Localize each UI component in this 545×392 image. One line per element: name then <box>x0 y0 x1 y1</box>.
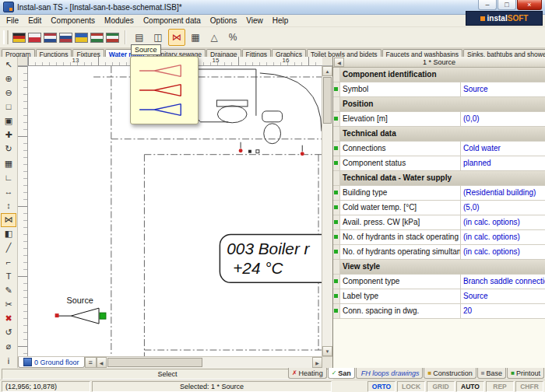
menu-view[interactable]: View <box>241 16 268 26</box>
mirror-icon[interactable]: ◧ <box>1 227 16 241</box>
property-value[interactable]: (in calc. options) <box>461 215 545 229</box>
minimize-button[interactable]: – <box>478 0 497 10</box>
flag-dutch-icon[interactable] <box>44 33 57 43</box>
menu-components[interactable]: Components <box>46 16 100 26</box>
menu-edit[interactable]: Edit <box>23 16 46 26</box>
row-component-status[interactable]: Component status planned <box>333 156 545 171</box>
row-avail-press-cw[interactable]: Avail. press. CW [kPa] (in calc. options… <box>333 215 545 230</box>
sheet-tab-fh-loops-drawings[interactable]: FH loops drawings <box>356 368 424 379</box>
sheet-tab-base[interactable]: ■ Base <box>477 368 506 379</box>
scroll-track[interactable] <box>203 357 312 368</box>
property-value[interactable]: Source <box>461 82 545 96</box>
row-building-type[interactable]: Building type (Residential building) <box>333 186 545 201</box>
scrollbar-thumb[interactable] <box>323 77 332 124</box>
sheet-tab-san[interactable]: ✓ San <box>328 368 355 379</box>
property-value[interactable]: (in calc. options) <box>461 230 545 244</box>
component-table-icon[interactable]: ▤ <box>131 29 148 46</box>
row-hydrants-in-stack[interactable]: No. of hydrants in stack operating simul… <box>333 230 545 245</box>
zoom-window-icon[interactable]: □ <box>1 100 16 114</box>
property-value[interactable]: (0,0) <box>461 112 545 126</box>
scroll-up-icon[interactable]: ▲ <box>322 66 332 76</box>
row-label-type[interactable]: Label type Source <box>333 289 545 304</box>
receivers-icon[interactable]: ▦ <box>187 29 204 46</box>
zoom-in-icon[interactable]: ⊕ <box>1 72 16 86</box>
section-component-identification[interactable]: Component identification <box>333 68 545 82</box>
property-value[interactable]: 20 <box>461 304 545 318</box>
pan-icon[interactable]: ✚ <box>1 128 16 142</box>
section-position[interactable]: Position <box>333 97 545 112</box>
property-value[interactable]: (Residential building) <box>461 186 545 200</box>
panel-collapse-icon[interactable]: ◀ <box>334 58 344 67</box>
text-tool-icon[interactable]: T <box>1 269 16 283</box>
flag-hungarian-icon[interactable] <box>90 33 104 43</box>
row-component-type[interactable]: Component type Branch saddle connection <box>333 275 545 289</box>
indicator-rep[interactable]: REP <box>486 381 514 392</box>
undo-icon[interactable]: ↺ <box>1 326 16 340</box>
row-elevation[interactable]: Elevation [m] (0,0) <box>333 112 545 127</box>
property-value[interactable]: planned <box>461 156 545 170</box>
menu-component-data[interactable]: Component data <box>139 16 206 26</box>
indicator-lock[interactable]: LOCK <box>397 381 425 392</box>
vertical-scrollbar[interactable]: ▲ ▼ <box>322 66 332 356</box>
row-connections[interactable]: Connections Cold water <box>333 142 545 156</box>
property-value[interactable]: (5,0) <box>461 201 545 215</box>
scroll-right-icon[interactable]: ▶ <box>312 357 322 368</box>
zoom-all-icon[interactable]: ▣ <box>1 114 16 128</box>
section-technical-data[interactable]: Technical data <box>333 127 545 142</box>
flag-ukrainian-icon[interactable] <box>75 33 88 43</box>
room-description-label[interactable]: 003 Boiler r +24 °C <box>220 234 322 282</box>
menu-modules[interactable]: Modules <box>100 16 139 26</box>
edit-tool-icon[interactable]: ✎ <box>1 283 16 297</box>
property-value[interactable]: Source <box>461 289 545 303</box>
flag-polish-icon[interactable] <box>28 33 41 43</box>
percent-icon[interactable]: % <box>224 29 241 46</box>
stretch-icon[interactable]: ↕ <box>1 198 16 212</box>
menu-file[interactable]: File <box>2 16 23 26</box>
close-button[interactable]: × <box>517 0 542 10</box>
row-conn-spacing[interactable]: Conn. spacing in dwg. 20 <box>333 304 545 319</box>
scroll-left-icon[interactable]: ◀ <box>97 357 107 368</box>
floor-tab-ground[interactable]: 0 Ground floor <box>18 357 85 368</box>
schematic-view-icon[interactable]: ◫ <box>149 29 167 46</box>
flag-bulgarian-icon[interactable] <box>106 33 119 43</box>
sheet-tab-construction[interactable]: ■ Construction <box>424 368 476 379</box>
row-symbol[interactable]: Symbol Source <box>333 82 545 97</box>
insert-source-icon[interactable]: ⋈ <box>1 213 16 227</box>
delete-icon[interactable]: ✖ <box>1 312 16 326</box>
row-hydrants-for-source[interactable]: No. of hydrants operating simultaneously… <box>333 245 545 260</box>
sheet-tab-heating[interactable]: ✗ Heating <box>288 368 327 379</box>
move-icon[interactable]: ↔ <box>1 184 16 198</box>
scroll-down-icon[interactable]: ▼ <box>322 346 332 356</box>
source-symbol-variant-2[interactable] <box>138 82 191 98</box>
property-value[interactable]: (in calc. options) <box>461 245 545 259</box>
info-icon[interactable]: i <box>1 354 16 368</box>
source-palette-icon[interactable]: ⋈ <box>168 29 185 46</box>
redraw-icon[interactable]: ↻ <box>1 142 16 156</box>
maximize-button[interactable]: □ <box>498 0 516 10</box>
menu-help[interactable]: Help <box>268 16 294 26</box>
grid-icon[interactable]: ▦ <box>1 156 16 170</box>
valves-icon[interactable]: △ <box>206 29 223 46</box>
zoom-out-icon[interactable]: ⊖ <box>1 86 16 100</box>
source-symbol-variant-3[interactable] <box>138 102 191 117</box>
property-value[interactable]: Branch saddle connection <box>461 275 545 289</box>
select-tool-icon[interactable]: ↖ <box>1 58 16 72</box>
property-value[interactable]: Cold water <box>461 142 545 156</box>
floor-list-button[interactable]: ≡ <box>85 357 97 368</box>
selection-handle[interactable] <box>100 313 106 319</box>
menu-options[interactable]: Options <box>206 16 241 26</box>
row-cold-water-temp[interactable]: Cold water temp. [°C] (5,0) <box>333 201 545 215</box>
scrollbar-thumb[interactable] <box>107 358 202 367</box>
measure-icon[interactable]: ⌀ <box>1 340 16 354</box>
section-technical-data-water-supply[interactable]: Technical data - Water supply <box>333 171 545 186</box>
scroll-track[interactable] <box>322 124 332 346</box>
section-view-style[interactable]: View style <box>333 260 545 275</box>
polyline-icon[interactable]: ⌐ <box>1 255 16 269</box>
flag-russian-icon[interactable] <box>59 33 72 43</box>
flag-german-icon[interactable] <box>12 33 26 43</box>
horizontal-scrollbar[interactable]: ◀ ▶ <box>97 357 322 368</box>
indicator-chfr[interactable]: CHFR <box>515 381 543 392</box>
source-component[interactable]: Source <box>55 296 106 324</box>
source-symbol-variant-1[interactable] <box>138 63 191 79</box>
sheet-tab-printout[interactable]: ■ Printout <box>507 368 544 379</box>
